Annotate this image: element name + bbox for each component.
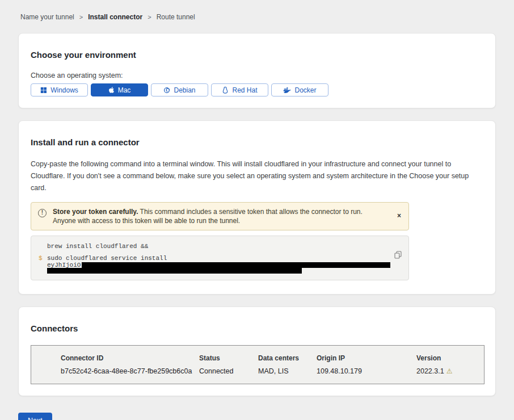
install-card-title: Install and run a connector <box>31 137 483 147</box>
install-command-code-block: brew install cloudflared && $ sudo cloud… <box>31 236 409 280</box>
next-button[interactable]: Next <box>18 413 52 420</box>
breadcrumb-step-install-connector: Install connector <box>88 13 142 21</box>
connector-id-value: b7c52c42-6caa-48ee-8c77-fbe259cb6c0a <box>61 367 199 375</box>
os-button-label: Mac <box>118 86 131 94</box>
docker-icon <box>283 87 291 94</box>
info-icon: ! <box>38 209 47 217</box>
token-redaction-bar <box>82 262 390 268</box>
os-button-mac[interactable]: Mac <box>91 83 148 96</box>
version-value: 2022.3.1⚠ <box>416 367 484 375</box>
os-button-redhat[interactable]: Red Hat <box>211 83 268 96</box>
col-version: Version <box>416 354 484 362</box>
col-status: Status <box>199 354 258 362</box>
connectors-table: Connector ID Status Data centers Origin … <box>31 345 484 384</box>
col-origin-ip: Origin IP <box>317 354 416 362</box>
apple-icon <box>108 86 115 94</box>
page: Name your tunnel > Install connector > R… <box>18 0 496 420</box>
redhat-icon <box>222 86 229 94</box>
code-line-service-install: sudo cloudflared service install <box>47 254 386 262</box>
status-badge: Connected <box>199 367 258 375</box>
shell-prompt: $ <box>39 254 43 262</box>
table-row: b7c52c42-6caa-48ee-8c77-fbe259cb6c0a Con… <box>61 367 484 375</box>
breadcrumb-step-name-tunnel[interactable]: Name your tunnel <box>20 13 74 21</box>
copy-icon[interactable] <box>394 251 402 261</box>
os-button-windows[interactable]: Windows <box>31 83 88 96</box>
token-warning-banner: ! Store your token carefully. This comma… <box>31 202 409 230</box>
breadcrumb-step-route-tunnel: Route tunnel <box>157 13 195 21</box>
token-line <box>47 268 386 274</box>
install-description: Copy-paste the following command into a … <box>31 158 483 194</box>
os-button-label: Debian <box>174 86 195 94</box>
connectors-card-title: Connectors <box>31 324 483 333</box>
windows-icon <box>40 87 47 94</box>
origin-ip-value: 109.48.10.179 <box>317 367 416 375</box>
breadcrumb-separator: > <box>79 14 83 20</box>
os-button-debian[interactable]: Debian <box>151 83 208 96</box>
version-warning-icon: ⚠ <box>446 367 453 375</box>
os-button-label: Windows <box>50 86 78 94</box>
breadcrumb-separator: > <box>148 14 151 20</box>
data-centers-value: MAD, LIS <box>258 367 317 375</box>
os-select-label: Choose an operating system: <box>31 72 483 79</box>
col-data-centers: Data centers <box>258 354 317 362</box>
code-line-brew: brew install cloudflared && <box>47 242 386 250</box>
close-icon[interactable]: × <box>397 212 401 219</box>
os-button-group: Windows Mac Debian Red Hat <box>31 83 483 96</box>
token-redaction-bar <box>47 268 302 274</box>
environment-card: Choose your environment Choose an operat… <box>18 33 496 108</box>
os-button-label: Docker <box>294 86 316 94</box>
token-warning-bold: Store your token carefully. <box>53 208 138 216</box>
connectors-card: Connectors Connector ID Status Data cent… <box>18 306 496 396</box>
environment-card-title: Choose your environment <box>31 50 483 60</box>
token-line: eyJhIjoiO <box>47 262 386 268</box>
os-button-label: Red Hat <box>232 86 257 94</box>
col-connector-id: Connector ID <box>61 354 199 362</box>
install-card: Install and run a connector Copy-paste t… <box>18 120 496 295</box>
table-header-row: Connector ID Status Data centers Origin … <box>61 354 484 362</box>
breadcrumb: Name your tunnel > Install connector > R… <box>18 0 496 21</box>
debian-icon <box>163 87 170 94</box>
os-button-docker[interactable]: Docker <box>271 83 328 96</box>
